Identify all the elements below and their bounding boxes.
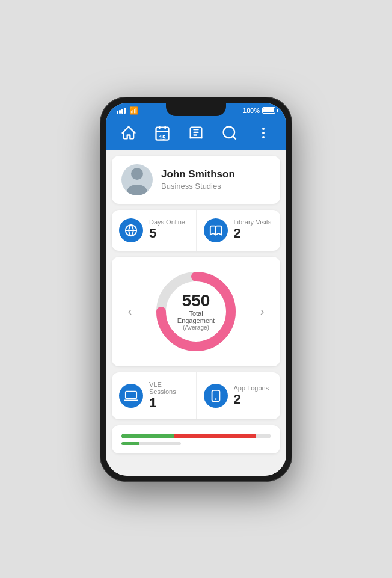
book-icon (209, 224, 222, 237)
avatar-image (125, 165, 149, 195)
engagement-value: 550 (174, 292, 219, 310)
progress-track (121, 434, 271, 438)
svg-line-5 (233, 136, 236, 139)
engagement-chart-card: ‹ 550 Total Engagement (Average) › (112, 257, 280, 366)
bottom-stats-row: VLE Sessions 1 App Logons 2 (112, 372, 280, 419)
engagement-sublabel: (Average) (174, 324, 219, 331)
mobile-icon (209, 389, 222, 402)
notch (166, 103, 226, 116)
progress-mini-fill (121, 442, 139, 445)
nav-calendar[interactable]: 15 (152, 122, 173, 144)
svg-point-6 (131, 168, 143, 180)
library-visits-value: 2 (234, 226, 272, 241)
app-logons-label: App Logons (234, 384, 269, 392)
donut-center: 550 Total Engagement (Average) (174, 292, 219, 331)
stat-vle-sessions: VLE Sessions 1 (112, 372, 197, 419)
nav-library[interactable] (185, 122, 207, 144)
phone-screen: 📶 100% 15 (106, 103, 286, 476)
progress-green (121, 434, 174, 438)
status-right: 100% (243, 107, 275, 114)
days-online-label: Days Online (149, 218, 185, 226)
search-icon (219, 122, 240, 144)
engagement-label: Total Engagement (174, 310, 219, 324)
profile-name: John Smithson (161, 168, 235, 180)
days-online-text: Days Online 5 (149, 218, 185, 241)
status-left: 📶 (117, 106, 138, 115)
nav-home[interactable] (118, 122, 139, 144)
prev-button[interactable]: ‹ (121, 303, 138, 320)
globe-icon (124, 224, 138, 237)
laptop-icon-wrap (119, 384, 143, 408)
svg-rect-11 (126, 391, 136, 398)
calendar-icon: 15 (152, 122, 173, 144)
book-icon-wrap (204, 218, 228, 242)
library-icon (185, 122, 207, 144)
vle-sessions-text: VLE Sessions 1 (149, 381, 189, 411)
profile-subject: Business Studies (161, 182, 235, 191)
donut-chart: 550 Total Engagement (Average) (151, 266, 241, 357)
mobile-icon-wrap (204, 384, 228, 408)
more-icon (253, 122, 274, 144)
nav-more[interactable] (253, 122, 274, 144)
globe-icon-wrap (119, 218, 143, 242)
days-online-value: 5 (149, 226, 185, 241)
profile-card: John Smithson Business Studies (112, 156, 280, 204)
home-icon (118, 122, 139, 144)
stat-library-visits: Library Visits 2 (197, 210, 281, 251)
progress-red (174, 434, 256, 438)
nav-search[interactable] (219, 122, 240, 144)
profile-info: John Smithson Business Studies (161, 168, 235, 191)
nav-bar: 15 (106, 117, 286, 150)
calendar-day: 15 (159, 135, 165, 141)
main-content: John Smithson Business Studies Day (106, 150, 286, 476)
library-visits-text: Library Visits 2 (234, 218, 272, 241)
stat-app-logons: App Logons 2 (197, 372, 281, 419)
progress-mini-track (121, 442, 181, 445)
battery-icon (262, 107, 275, 114)
app-logons-value: 2 (234, 392, 269, 407)
avatar (121, 164, 153, 195)
signal-icon (117, 108, 126, 114)
wifi-icon: 📶 (129, 106, 138, 115)
stat-days-online: Days Online 5 (112, 210, 197, 251)
app-logons-text: App Logons 2 (234, 384, 269, 407)
library-visits-label: Library Visits (234, 218, 272, 226)
progress-card (112, 425, 280, 453)
vle-sessions-value: 1 (149, 395, 189, 411)
phone-frame: 📶 100% 15 (100, 97, 292, 482)
svg-point-4 (224, 126, 235, 138)
next-button[interactable]: › (254, 303, 271, 320)
top-stats-row: Days Online 5 Library Visits 2 (112, 210, 280, 251)
laptop-icon (124, 389, 138, 402)
vle-sessions-label: VLE Sessions (149, 381, 189, 395)
battery-percent: 100% (243, 107, 260, 114)
